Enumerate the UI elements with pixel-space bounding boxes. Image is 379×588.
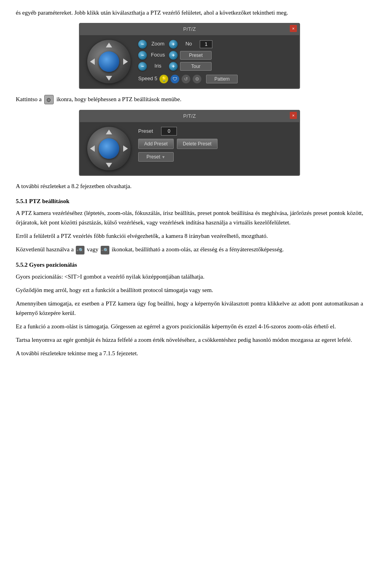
- chevron-down-icon: ▼: [161, 155, 165, 159]
- close-button-1[interactable]: ×: [290, 25, 297, 32]
- preset-dropdown-label: Preset: [146, 154, 160, 160]
- para3-end: ikonokat, beállítható a zoom-olás, az él…: [112, 246, 284, 253]
- joystick-area-1: [85, 40, 133, 83]
- ptz-body-1: − Zoom + No − Focus + Preset − Iris + To…: [80, 35, 299, 88]
- arrow-up-2-icon: [106, 130, 112, 134]
- speed-label: Speed 5: [138, 75, 157, 83]
- focus-plus-button[interactable]: +: [169, 51, 178, 60]
- ptz-titlebar-1: P/T/Z ×: [80, 24, 299, 35]
- arrow-down-2-icon: [106, 163, 112, 168]
- section-552-para2: Győződjön meg arról, hogy ezt a funkciót…: [16, 285, 363, 295]
- settings-icon: [44, 95, 54, 104]
- zoom-out-icon: −🔍: [101, 246, 109, 254]
- arrow-left-icon: [90, 58, 95, 65]
- para3-start: Közvetlenül használva a: [16, 246, 74, 253]
- joystick-center-2[interactable]: [99, 138, 119, 159]
- joystick-ring-2[interactable]: [87, 127, 131, 170]
- section-551-para3: Közvetlenül használva a +🔍 vagy −🔍 ikono…: [16, 245, 363, 254]
- preset-value-row: Preset: [138, 127, 294, 136]
- iris-row: − Iris + Tour: [138, 62, 294, 71]
- section-552-para3: Amennyiben támogatja, ez esetben a PTZ k…: [16, 299, 363, 318]
- add-delete-row: Add Preset Delete Preset: [138, 139, 294, 149]
- arrow-left-2-icon: [90, 145, 95, 152]
- shield-icon-button[interactable]: 🛡: [171, 75, 179, 83]
- section-552-para5: Tartsa lenyomva az egér gombját és húzza…: [16, 335, 363, 345]
- focus-label: Focus: [149, 51, 167, 59]
- no-input[interactable]: [200, 40, 212, 48]
- ptz-controls-2: Preset Add Preset Delete Preset Preset ▼: [138, 127, 294, 170]
- refresh-icon-button[interactable]: ↺: [182, 75, 190, 83]
- joystick-center[interactable]: [99, 51, 119, 72]
- iris-label: Iris: [149, 62, 167, 70]
- tour-button[interactable]: Tour: [180, 62, 212, 71]
- section-551-para2: Erről a felületről a PTZ vezérlés főbb f…: [16, 231, 363, 241]
- click-intro-line: Kattintso a ikonra, hogy beléphessen a P…: [16, 94, 363, 105]
- further-text: A további részleteket a 8.2 fejezetben o…: [16, 181, 363, 191]
- zoom-row: − Zoom + No: [138, 40, 294, 49]
- lamp-icon-button[interactable]: 💡: [159, 75, 168, 83]
- pattern-button[interactable]: Pattern: [206, 75, 238, 83]
- preset-button[interactable]: Preset: [180, 51, 212, 60]
- ptz-titlebar-2: P/T/Z ×: [80, 111, 299, 122]
- iris-plus-button[interactable]: +: [169, 62, 178, 71]
- joystick-ring-1[interactable]: [87, 40, 131, 83]
- zoom-label: Zoom: [149, 40, 167, 48]
- zoom-in-icon: +🔍: [76, 246, 84, 254]
- no-label: No: [180, 40, 197, 48]
- arrow-right-2-icon: [123, 145, 128, 152]
- joystick-area-2: [85, 127, 133, 170]
- ptz-window-1: P/T/Z × − Zoom + No −: [79, 23, 300, 89]
- para3-icons: vagy: [87, 246, 98, 253]
- ptz-window-2: P/T/Z × Preset Add Preset Delete Prese: [79, 110, 300, 176]
- ptz-title-2: P/T/Z: [183, 112, 196, 121]
- intro-text: és egyéb paramétereket. Jobb klikk után …: [16, 8, 363, 17]
- ptz-title-1: P/T/Z: [183, 25, 196, 34]
- preset-value-input[interactable]: [161, 127, 177, 136]
- preset-dropdown-button[interactable]: Preset ▼: [138, 152, 174, 162]
- focus-row: − Focus + Preset: [138, 51, 294, 60]
- section-552-para1: Gyors pozicionálás: <SIT>I gombot a vezé…: [16, 272, 363, 281]
- gear-icon-button[interactable]: ⚙: [193, 75, 201, 83]
- section-552-para4: Ez a funkció a zoom-olást is támogatja. …: [16, 322, 363, 331]
- preset-dropdown-row: Preset ▼: [138, 152, 294, 162]
- section-552-heading: 5.5.2 Gyors pozicionálás: [16, 260, 363, 270]
- section-551-para1: A PTZ kamera vezérléséhez (léptetés, zoo…: [16, 208, 363, 227]
- section-551-heading: 5.5.1 PTZ beállítások: [16, 196, 363, 206]
- arrow-up-icon: [106, 43, 112, 47]
- focus-minus-button[interactable]: −: [138, 51, 147, 60]
- arrow-right-icon: [123, 58, 128, 65]
- arrow-down-icon: [106, 76, 112, 81]
- speed-row: Speed 5 💡 🛡 ↺ ⚙ Pattern: [138, 75, 294, 83]
- zoom-plus-button[interactable]: +: [169, 40, 178, 49]
- click-intro-text: Kattintso a: [16, 96, 41, 102]
- click-icon-description: ikonra, hogy beléphessen a PTZ beállítás…: [56, 96, 182, 102]
- add-preset-button[interactable]: Add Preset: [138, 139, 174, 149]
- preset-value-label: Preset: [138, 127, 158, 136]
- ptz-controls-1: − Zoom + No − Focus + Preset − Iris + To…: [138, 40, 294, 83]
- close-button-2[interactable]: ×: [290, 112, 297, 119]
- section-552-para6: A további részletekre tekintse meg a 7.1…: [16, 349, 363, 358]
- ptz-body-2: Preset Add Preset Delete Preset Preset ▼: [80, 122, 299, 175]
- zoom-minus-button[interactable]: −: [138, 40, 147, 49]
- delete-preset-button[interactable]: Delete Preset: [177, 139, 218, 149]
- iris-minus-button[interactable]: −: [138, 62, 147, 71]
